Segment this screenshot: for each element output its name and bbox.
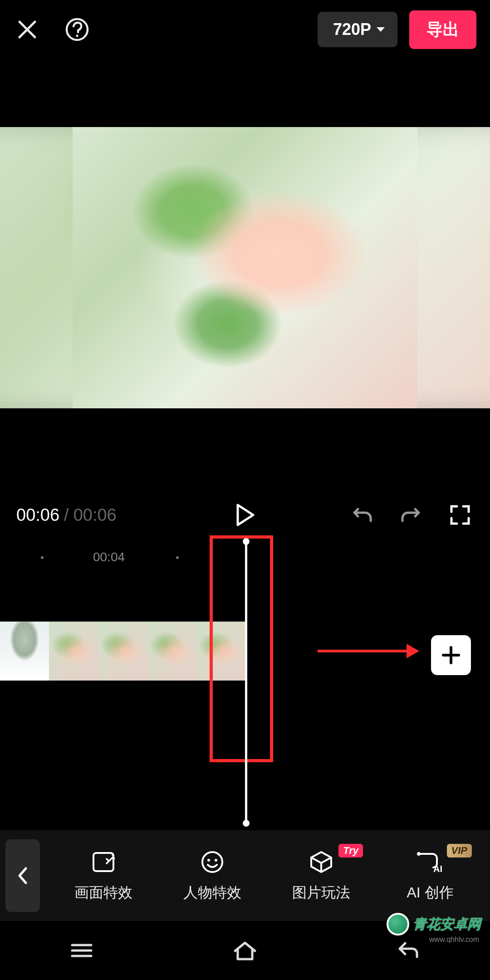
face-effects-icon (199, 848, 226, 876)
watermark: 青花安卓网 www.qhhlv.com (387, 913, 481, 936)
close-button[interactable] (14, 16, 41, 43)
plus-icon (441, 645, 461, 666)
video-preview[interactable] (0, 127, 490, 408)
timeline[interactable]: 00:04 (0, 544, 490, 835)
top-bar: 720P 导出 (0, 0, 490, 59)
toolbar-back-button[interactable] (5, 839, 40, 912)
tool-image-play[interactable]: Try 图片玩法 (267, 848, 376, 903)
export-label: 导出 (426, 20, 459, 39)
preview-image (73, 127, 417, 408)
ruler-time-label: 00:04 (93, 550, 125, 564)
ruler-tick (176, 556, 179, 559)
resolution-button[interactable]: 720P (318, 12, 397, 47)
chevron-left-icon (17, 867, 29, 885)
svg-point-4 (114, 858, 115, 859)
watermark-logo (387, 913, 409, 936)
fullscreen-icon (450, 505, 470, 525)
home-icon (232, 940, 258, 961)
nav-home-button[interactable] (231, 937, 259, 964)
fullscreen-button[interactable] (446, 501, 474, 529)
cube-icon (308, 848, 335, 876)
topbar-left (14, 16, 91, 43)
redo-button[interactable] (397, 501, 425, 529)
preview-frame (73, 127, 417, 408)
bottom-toolbar: 画面特效 人物特效 Try 图片玩法 VIP AI AI 创作 (0, 830, 490, 921)
chevron-down-icon (376, 26, 386, 33)
undo-button[interactable] (348, 501, 376, 529)
svg-text:AI: AI (433, 864, 442, 874)
topbar-right: 720P 导出 (318, 10, 476, 49)
total-time: 00:06 (74, 505, 117, 525)
playback-bar: 00:06 / 00:06 (0, 495, 490, 535)
export-button[interactable]: 导出 (409, 10, 476, 49)
tool-ai-create[interactable]: VIP AI AI 创作 (376, 848, 485, 903)
tool-screen-effects[interactable]: 画面特效 (49, 848, 158, 903)
tool-label: 人物特效 (183, 883, 241, 903)
watermark-name: 青花安卓网 (413, 915, 481, 934)
current-time: 00:06 (16, 505, 59, 525)
clip-thumbnail[interactable] (147, 622, 196, 681)
clip-thumbnail[interactable] (98, 622, 147, 681)
add-clip-button[interactable] (431, 635, 471, 675)
time-display: 00:06 / 00:06 (16, 505, 117, 525)
redo-icon (400, 504, 422, 526)
play-button[interactable] (231, 501, 259, 529)
nav-recent-button[interactable] (68, 937, 95, 964)
back-icon (397, 941, 420, 960)
timeline-playhead[interactable] (245, 542, 247, 823)
svg-point-5 (202, 852, 222, 872)
clip-thumbnail[interactable] (0, 622, 49, 681)
svg-point-3 (112, 854, 113, 856)
watermark-url: www.qhhlv.com (429, 936, 479, 944)
ai-icon: AI (414, 848, 446, 876)
resolution-label: 720P (333, 20, 371, 39)
help-button[interactable] (64, 16, 91, 43)
clip-thumbnail[interactable] (49, 622, 98, 681)
annotation-highlight-box (210, 535, 273, 762)
help-icon (65, 17, 89, 42)
tool-label: 画面特效 (74, 883, 132, 903)
vip-badge: VIP (447, 844, 472, 858)
playback-right-controls (348, 501, 474, 529)
svg-point-7 (215, 859, 217, 862)
clip-track[interactable] (0, 622, 246, 681)
annotation-arrow (318, 650, 417, 652)
tool-label: AI 创作 (407, 883, 453, 903)
play-icon (235, 503, 255, 527)
tool-person-effects[interactable]: 人物特效 (158, 848, 267, 903)
tool-label: 图片玩法 (292, 883, 350, 903)
screen-effects-icon (90, 848, 117, 876)
time-separator: / (64, 505, 69, 525)
svg-rect-2 (93, 853, 113, 871)
try-badge: Try (338, 844, 363, 858)
menu-icon (69, 941, 94, 960)
close-icon (16, 18, 39, 41)
undo-icon (351, 504, 373, 526)
svg-point-6 (207, 859, 210, 862)
svg-point-8 (417, 852, 421, 856)
svg-point-1 (76, 34, 78, 37)
nav-back-button[interactable] (395, 937, 422, 964)
ruler-tick (41, 556, 44, 559)
